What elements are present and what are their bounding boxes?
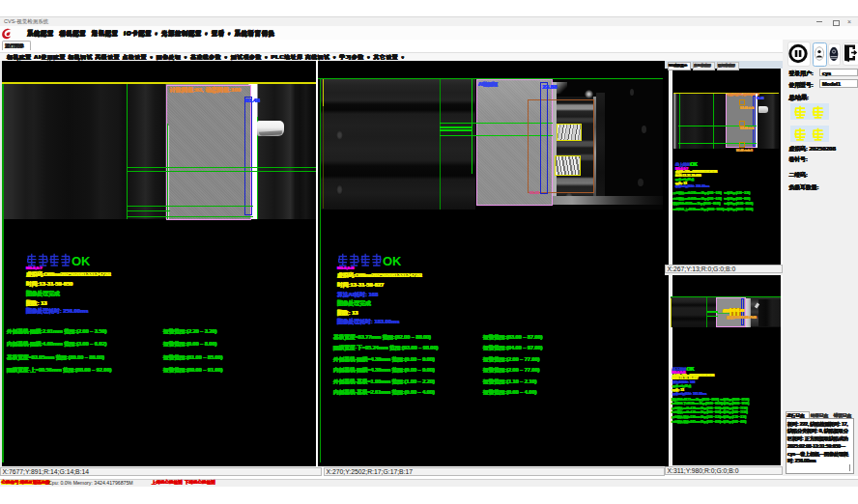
svg-text:OK: OK bbox=[383, 254, 402, 268]
svg-text:OK: OK bbox=[72, 254, 91, 268]
